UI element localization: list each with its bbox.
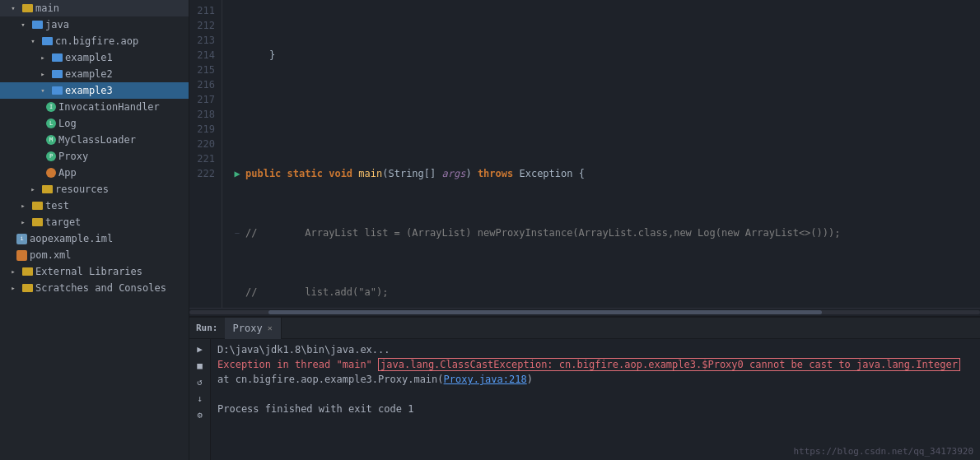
folder-icon — [16, 216, 30, 229]
class-icon-log: L — [46, 118, 56, 128]
folder-icon-main — [22, 4, 33, 12]
folder-icon — [16, 199, 30, 212]
scrollbar-thumb[interactable] — [268, 310, 822, 314]
watermark: https://blog.csdn.net/qq_34173920 — [793, 446, 973, 457]
console-stack-prefix: at cn.bigfire.aop.example3.Proxy.main( — [217, 374, 444, 385]
folder-open-icon — [26, 35, 40, 48]
sidebar-item-log[interactable]: L Log — [0, 115, 189, 132]
folder-open-icon — [7, 2, 20, 15]
folder-icon-extlibs — [22, 267, 33, 276]
folder-icon-example1 — [52, 53, 63, 62]
sidebar-label-log: Log — [58, 118, 77, 129]
run-button[interactable]: ▶ — [191, 342, 209, 356]
folder-open-icon — [36, 84, 49, 97]
console-line-3: at cn.bigfire.aop.example3.Proxy.main(Pr… — [217, 372, 973, 387]
bottom-panel: Run: Proxy ✕ ▶ ■ ↺ ↓ ⚙ D:\ja — [189, 316, 980, 460]
bottom-content: ▶ ■ ↺ ↓ ⚙ D:\java\jdk1.8\bin\java.ex... … — [189, 339, 980, 460]
folder-icon-scratches — [22, 284, 33, 292]
sidebar-item-myclassloader[interactable]: M MyClassLoader — [0, 132, 189, 148]
code-line-213: ▶ public static void main ( String [] ar… — [222, 166, 980, 181]
sidebar-label-main: main — [35, 2, 59, 14]
run-label: Run: — [189, 323, 225, 333]
class-icon-proxy: P — [46, 151, 56, 161]
rerun-button[interactable]: ↺ — [191, 374, 209, 389]
sidebar-label-java: java — [45, 19, 69, 30]
horizontal-scrollbar[interactable] — [189, 308, 980, 316]
sidebar-label-external-libraries: External Libraries — [35, 266, 142, 277]
code-line-212 — [222, 107, 980, 122]
sidebar-item-app[interactable]: App — [0, 165, 189, 181]
folder-icon-example3 — [52, 86, 63, 95]
sidebar-label-example1: example1 — [65, 52, 113, 63]
console-stack-suffix: ) — [527, 374, 533, 385]
console-line-5: Process finished with exit code 1 — [217, 402, 973, 416]
sidebar-item-example1[interactable]: example1 — [0, 49, 189, 66]
code-lines[interactable]: } ▶ public static void — [222, 0, 980, 308]
sidebar-item-iml[interactable]: i aopexample.iml — [0, 230, 189, 247]
main-layout: main java cn.bigfire.aop example1 exampl… — [0, 0, 980, 460]
sidebar-item-main[interactable]: main — [0, 0, 189, 16]
code-line-211: } — [222, 48, 980, 63]
code-line-215: // list.add("a"); — [222, 285, 980, 300]
tab-close-icon[interactable]: ✕ — [268, 323, 273, 332]
bottom-tabs-bar: Run: Proxy ✕ — [189, 318, 980, 339]
console-error-prefix: Exception in thread "main" — [217, 359, 378, 370]
sidebar-label-resources: resources — [55, 184, 109, 195]
sidebar-item-resources[interactable]: resources — [0, 181, 189, 197]
settings-button[interactable]: ⚙ — [191, 407, 209, 422]
code-line-214: — // ArrayList list = (ArrayList) newPro… — [222, 225, 980, 240]
folder-icon — [7, 281, 20, 295]
console-link[interactable]: Proxy.java:218 — [444, 374, 527, 385]
folder-icon — [36, 51, 49, 64]
sidebar-item-example3[interactable]: example3 — [0, 82, 189, 99]
project-sidebar: main java cn.bigfire.aop example1 exampl… — [0, 0, 189, 460]
console-line-4 — [217, 387, 973, 402]
console-area: D:\java\jdk1.8\bin\java.ex... Exception … — [211, 339, 980, 460]
class-icon-invocationhandler: I — [46, 102, 56, 112]
folder-icon — [36, 67, 49, 81]
sidebar-item-invocationhandler[interactable]: I InvocationHandler — [0, 99, 189, 115]
console-line-1: D:\java\jdk1.8\bin\java.ex... — [217, 342, 973, 357]
tab-label: Proxy — [233, 323, 263, 334]
console-line-2: Exception in thread "main" java.lang.Cla… — [217, 357, 973, 372]
class-icon-myclassloader: M — [46, 135, 56, 145]
gutter-213: ▶ — [229, 166, 245, 181]
iml-icon: i — [16, 234, 27, 244]
sidebar-item-pom[interactable]: pom.xml — [0, 247, 189, 263]
xml-icon — [16, 250, 27, 261]
sidebar-label-test: test — [45, 200, 69, 211]
sidebar-item-proxy[interactable]: P Proxy — [0, 148, 189, 165]
sidebar-item-test[interactable]: test — [0, 197, 189, 214]
sidebar-label-iml: aopexample.iml — [30, 233, 113, 244]
sidebar-label-myclassloader: MyClassLoader — [58, 134, 136, 146]
sidebar-label-proxy: Proxy — [58, 151, 88, 162]
console-output: D:\java\jdk1.8\bin\java.ex... Exception … — [211, 339, 980, 420]
sidebar-item-package[interactable]: cn.bigfire.aop — [0, 33, 189, 49]
code-editor: 211 212 213 214 215 216 217 218 219 220 … — [189, 0, 980, 316]
line-numbers: 211 212 213 214 215 216 217 218 219 220 … — [189, 0, 222, 308]
scroll-end-button[interactable]: ↓ — [191, 391, 209, 406]
sidebar-item-target[interactable]: target — [0, 214, 189, 230]
console-error-message: java.lang.ClassCastException: cn.bigfire… — [378, 358, 960, 371]
sidebar-label-scratches: Scratches and Consoles — [35, 282, 166, 294]
scrollbar-track — [189, 310, 980, 314]
sidebar-label-pom: pom.xml — [30, 249, 72, 261]
folder-icon — [7, 265, 20, 278]
class-icon-app — [46, 168, 56, 178]
stop-button[interactable]: ■ — [191, 358, 209, 373]
sidebar-label-example3: example3 — [65, 85, 113, 96]
folder-open-icon — [16, 18, 30, 31]
folder-icon-target — [32, 218, 43, 226]
folder-icon-resources — [42, 185, 53, 193]
folder-icon-test — [32, 202, 43, 210]
sidebar-label-invocationhandler: InvocationHandler — [58, 101, 160, 113]
code-content: 211 212 213 214 215 216 217 218 219 220 … — [189, 0, 980, 308]
sidebar-label-package: cn.bigfire.aop — [55, 35, 138, 47]
sidebar-label-app: App — [58, 167, 77, 179]
sidebar-item-java[interactable]: java — [0, 16, 189, 33]
sidebar-item-scratches[interactable]: Scratches and Consoles — [0, 280, 189, 296]
sidebar-item-example2[interactable]: example2 — [0, 66, 189, 82]
folder-icon-example2 — [52, 70, 63, 78]
run-tab[interactable]: Proxy ✕ — [225, 318, 282, 339]
sidebar-item-external-libraries[interactable]: External Libraries — [0, 263, 189, 280]
